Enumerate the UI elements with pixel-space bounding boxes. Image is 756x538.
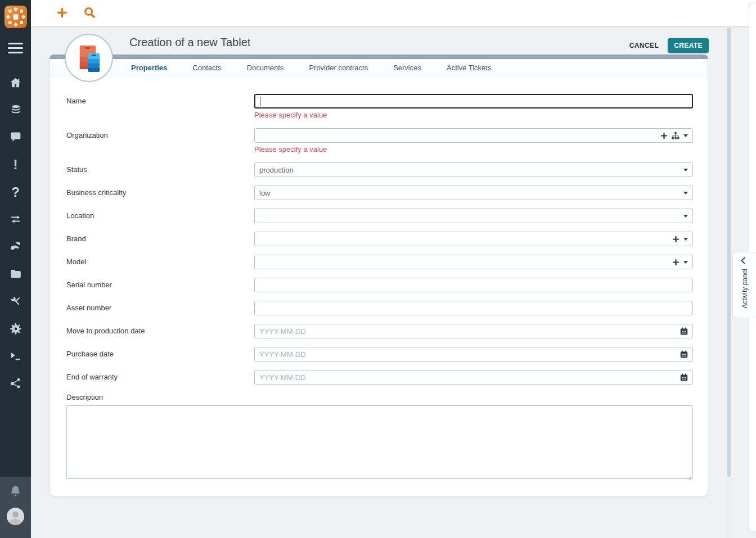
- field-row-model: Model: [66, 255, 692, 269]
- chevron-left-icon: [741, 257, 748, 264]
- sidebar-item-ongoing-changes[interactable]: [0, 233, 31, 261]
- field-row-purchase-date: Purchase date: [66, 347, 692, 361]
- exclamation-icon: !: [14, 158, 18, 171]
- field-row-serial-number: Serial number: [66, 278, 692, 292]
- brand-select[interactable]: [254, 232, 693, 246]
- creation-form-card: Properties Contacts Documents Provider c…: [50, 55, 708, 496]
- text-cursor: [260, 97, 260, 106]
- menu-toggle-button[interactable]: [8, 43, 23, 56]
- name-input[interactable]: [254, 94, 693, 108]
- end-of-warranty-field[interactable]: [259, 373, 688, 382]
- database-icon: [10, 104, 22, 116]
- field-row-description: Description: [66, 393, 692, 481]
- move-to-production-date-input[interactable]: [254, 324, 693, 338]
- field-label: End of warranty: [66, 370, 254, 385]
- status-select[interactable]: production: [254, 162, 693, 177]
- calendar-icon[interactable]: [680, 373, 688, 381]
- left-sidebar: ! ?: [0, 0, 31, 538]
- field-row-name: Name Please specify a value: [66, 94, 692, 120]
- organization-select[interactable]: [254, 128, 693, 143]
- home-icon: [9, 76, 22, 89]
- tab-provider-contracts[interactable]: Provider contracts: [309, 64, 368, 72]
- serial-number-input-field[interactable]: [259, 281, 688, 290]
- validation-error: Please specify a value: [254, 110, 693, 120]
- user-menu-button[interactable]: [6, 507, 25, 526]
- tab-services[interactable]: Services: [393, 64, 421, 72]
- hierarchy-icon[interactable]: [672, 132, 680, 139]
- business-criticality-value: low: [259, 189, 271, 197]
- field-row-location: Location: [66, 209, 692, 223]
- header-actions: CANCEL CREATE: [629, 38, 709, 53]
- sidebar-item-config-items[interactable]: [0, 288, 31, 315]
- transfer-arrows-icon: [10, 213, 22, 225]
- chevron-down-icon[interactable]: [683, 261, 688, 264]
- name-input-field[interactable]: [260, 97, 687, 106]
- asset-number-input-field[interactable]: [259, 304, 688, 313]
- sidebar-item-share[interactable]: [0, 370, 31, 397]
- top-toolbar: [31, 0, 756, 27]
- itop-logo[interactable]: [4, 6, 27, 28]
- sidebar-item-data[interactable]: [0, 97, 31, 124]
- field-row-brand: Brand: [66, 232, 692, 246]
- sidebar-nav: ! ?: [0, 69, 31, 397]
- field-label: Serial number: [66, 278, 254, 292]
- page-title: Creation of a new Tablet: [129, 36, 250, 49]
- asset-number-input[interactable]: [254, 301, 693, 315]
- notifications-button[interactable]: [8, 485, 22, 500]
- field-label: Purchase date: [66, 347, 254, 361]
- calendar-icon[interactable]: [680, 327, 688, 335]
- add-model-icon[interactable]: [672, 259, 680, 266]
- tab-properties[interactable]: Properties: [131, 64, 167, 72]
- create-button[interactable]: CREATE: [668, 38, 709, 53]
- purchase-date-field[interactable]: [259, 350, 688, 359]
- add-org-icon[interactable]: [660, 132, 668, 139]
- sidebar-item-transfers[interactable]: [0, 206, 31, 233]
- sidebar-item-alerts[interactable]: !: [0, 151, 31, 179]
- field-label: Organization: [66, 128, 254, 154]
- activity-panel-toggle[interactable]: Activity panel: [732, 252, 756, 318]
- tab-documents[interactable]: Documents: [247, 64, 284, 72]
- sidebar-item-help[interactable]: ?: [0, 178, 31, 206]
- field-row-organization: Organization: [66, 128, 692, 154]
- chevron-down-icon: [683, 192, 688, 195]
- sidebar-item-console[interactable]: [0, 342, 31, 370]
- cancel-button[interactable]: CANCEL: [629, 42, 659, 49]
- properties-form: Name Please specify a value Organization: [50, 76, 708, 481]
- bell-icon: [8, 485, 22, 500]
- model-select[interactable]: [254, 255, 693, 269]
- field-row-move-to-production-date: Move to production date: [66, 324, 692, 338]
- terminal-icon: [9, 350, 22, 363]
- purchase-date-input[interactable]: [254, 347, 693, 361]
- add-brand-icon[interactable]: [672, 236, 680, 243]
- share-icon: [10, 377, 21, 389]
- field-label: Move to production date: [66, 324, 254, 338]
- search-icon: [83, 6, 96, 19]
- move-to-production-date-field[interactable]: [259, 327, 688, 336]
- chevron-down-icon[interactable]: [683, 134, 688, 137]
- scrollbar-track[interactable]: [727, 27, 731, 538]
- tablet-class-icon: [73, 42, 105, 74]
- sidebar-item-home[interactable]: [0, 69, 31, 97]
- tab-contacts[interactable]: Contacts: [192, 64, 221, 72]
- description-textarea[interactable]: [66, 405, 693, 479]
- global-search-button[interactable]: [83, 6, 96, 19]
- scrollbar-thumb[interactable]: [727, 28, 731, 477]
- location-select[interactable]: [254, 209, 693, 223]
- sidebar-item-admin[interactable]: [0, 315, 31, 342]
- quick-create-button[interactable]: [56, 6, 69, 19]
- tab-bar: Properties Contacts Documents Provider c…: [50, 59, 708, 76]
- sidebar-item-chat[interactable]: [0, 124, 31, 151]
- serial-number-input[interactable]: [254, 278, 693, 292]
- card-accent-bar: [50, 55, 708, 59]
- sidebar-bottom: [0, 477, 31, 538]
- calendar-icon[interactable]: [680, 350, 688, 358]
- business-criticality-select[interactable]: low: [254, 186, 693, 200]
- sidebar-item-documents[interactable]: [0, 260, 31, 288]
- itop-logo-icon: [4, 6, 27, 28]
- end-of-warranty-input[interactable]: [254, 370, 693, 385]
- chevron-down-icon[interactable]: [683, 238, 688, 241]
- field-label: Asset number: [66, 301, 254, 315]
- tab-active-tickets[interactable]: Active Tickets: [447, 64, 491, 72]
- helping-hand-icon: [9, 240, 22, 253]
- field-label: Business criticality: [66, 186, 254, 200]
